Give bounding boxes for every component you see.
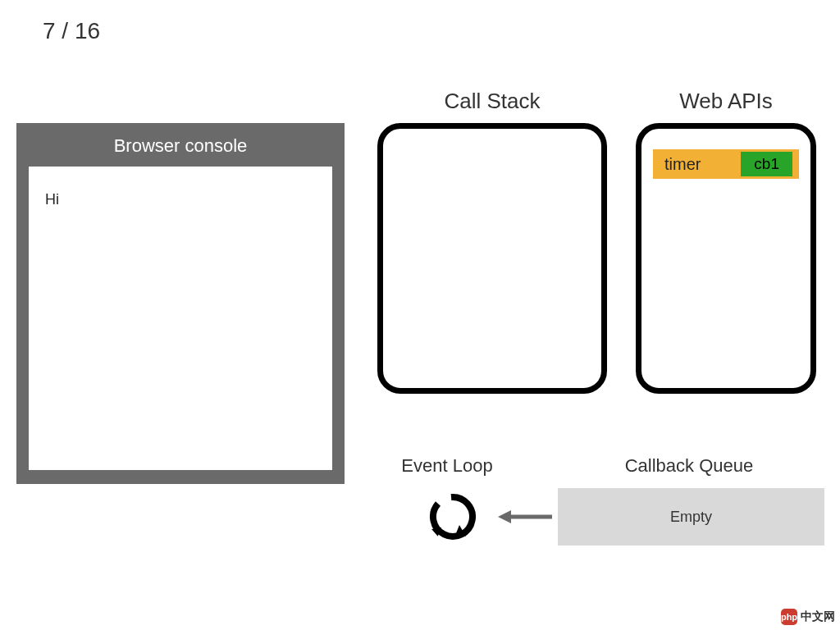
browser-console-panel: Browser console Hi xyxy=(16,123,345,484)
call-stack-title: Call Stack xyxy=(377,89,607,114)
callback-queue-box: Empty xyxy=(558,488,824,546)
browser-console-title: Browser console xyxy=(16,123,345,167)
watermark: php 中文网 xyxy=(781,609,835,625)
web-apis-title: Web APIs xyxy=(636,89,816,114)
arrow-left-icon xyxy=(496,504,554,529)
event-loop-icon xyxy=(427,492,476,541)
browser-console-body: Hi xyxy=(29,167,332,470)
callback-queue-title: Callback Queue xyxy=(558,455,820,477)
web-api-entry-callback: cb1 xyxy=(741,152,792,176)
event-loop-title: Event Loop xyxy=(365,455,529,477)
slide-counter: 7 / 16 xyxy=(43,18,100,44)
console-line: Hi xyxy=(45,191,316,208)
web-api-entry: timer cb1 xyxy=(653,149,799,179)
call-stack-box xyxy=(377,123,607,394)
diagram-stage: 7 / 16 Browser console Hi Call Stack Web… xyxy=(0,0,840,630)
watermark-logo: php xyxy=(781,609,797,625)
callback-queue-status: Empty xyxy=(670,509,712,526)
watermark-text: 中文网 xyxy=(801,609,835,624)
web-api-entry-label: timer xyxy=(664,155,701,174)
svg-marker-3 xyxy=(498,510,511,523)
